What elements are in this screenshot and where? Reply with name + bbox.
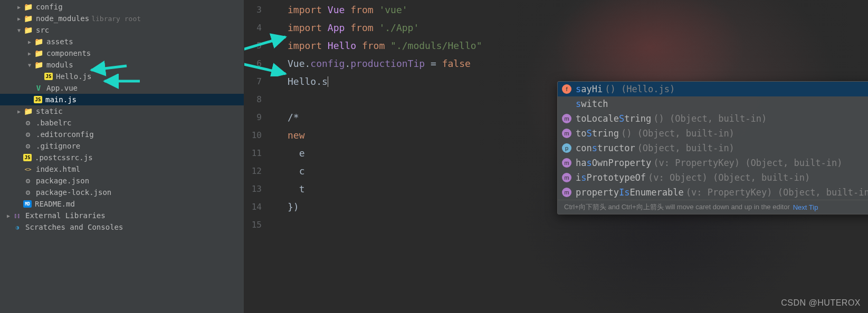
folder-icon: 📁 <box>23 26 33 34</box>
completion-label: propertyIsEnumerable <box>576 187 684 198</box>
chevron-right-icon: ▶ <box>15 4 23 10</box>
code-line[interactable]: import Hello from "./moduls/Hello" <box>288 37 482 55</box>
next-tip-link[interactable]: Next Tip <box>793 203 818 211</box>
tree-label: assets <box>46 37 73 46</box>
tree-item-packagelockjson[interactable]: ▶⚙package-lock.json <box>0 187 244 198</box>
tree-item-babelrc[interactable]: ▶⚙.babelrc <box>0 117 244 129</box>
line-gutter: 3456789101112131415 <box>244 0 273 234</box>
chevron-right-icon: ▶ <box>15 16 23 22</box>
scratch-icon: ◑ <box>13 223 22 231</box>
tree-item-config[interactable]: ▶📁config <box>0 1 244 13</box>
html-icon: <> <box>23 165 33 173</box>
m-kind-icon: m <box>562 188 571 197</box>
tree-label: App.vue <box>46 84 78 92</box>
tree-item-components[interactable]: ▶📁components <box>0 47 244 59</box>
md-icon: MD <box>23 200 32 208</box>
editor[interactable]: 3456789101112131415 import Vue from 'vue… <box>244 0 868 313</box>
chevron-right-icon: ▶ <box>4 213 13 219</box>
tree-item-moduls[interactable]: ▼📁moduls <box>0 59 244 71</box>
tree-item-packagejson[interactable]: ▶⚙package.json <box>0 175 244 187</box>
line-number: 14 <box>244 198 273 216</box>
tree-item-appvue[interactable]: ▶VApp.vue <box>0 82 244 94</box>
library-root-label: library root <box>91 15 141 23</box>
completion-label: isPrototypeOf <box>576 172 646 183</box>
tree-item-scratchesandconsoles[interactable]: ▶◑Scratches and Consoles <box>0 221 244 233</box>
code-line[interactable]: /* <box>288 109 482 126</box>
completion-origin: (v: Object) (Object, built-in) <box>648 172 810 183</box>
line-number: 12 <box>244 162 273 180</box>
tree-label: .gitignore <box>36 142 80 150</box>
tree-label: .editorconfig <box>36 130 94 139</box>
completion-item-hasownproperty[interactable]: mhasOwnProperty(v: PropertyKey) (Object,… <box>558 155 868 170</box>
js-icon: JS <box>44 73 53 80</box>
completion-item-switch[interactable]: switchswitch (x) {...} <box>558 96 868 111</box>
tree-item-externallibraries[interactable]: ▶⫿⫿External Libraries <box>0 210 244 221</box>
completion-item-isprototypeof[interactable]: misPrototypeOf(v: Object) (Object, built… <box>558 170 868 185</box>
blank-kind-icon <box>562 99 571 109</box>
autocomplete-popup[interactable]: fsayHi() (Hello.js)voidswitchswitch (x) … <box>557 81 868 214</box>
js-icon: JS <box>34 96 42 103</box>
tree-label: node_modules <box>36 14 89 23</box>
completion-item-sayhi[interactable]: fsayHi() (Hello.js)void <box>558 82 868 96</box>
completion-label: sayHi <box>576 84 603 94</box>
completion-label: switch <box>576 99 608 109</box>
tree-label: src <box>36 26 49 34</box>
folder-icon: 📁 <box>23 14 33 23</box>
completion-label: toLocaleString <box>576 113 651 124</box>
m-kind-icon: m <box>562 129 571 138</box>
line-number: 5 <box>244 37 273 55</box>
tree-label: index.html <box>36 165 80 173</box>
tree-item-assets[interactable]: ▶📁assets <box>0 36 244 47</box>
completion-item-propertyisenumerable[interactable]: mpropertyIsEnumerable(v: PropertyKey) (O… <box>558 185 868 200</box>
tree-item-node_modules[interactable]: ▶📁node_moduleslibrary root <box>0 13 244 24</box>
completion-origin: (v: PropertyKey) (Object, built-in) <box>653 158 842 168</box>
m-kind-icon: m <box>562 173 571 182</box>
code-line[interactable]: Hello.s <box>288 73 482 91</box>
code-line[interactable]: Vue.config.productionTip = false <box>288 55 482 73</box>
chevron-down-icon: ▼ <box>15 27 23 33</box>
completion-item-tostring[interactable]: mtoString() (Object, built-in)string <box>558 126 868 141</box>
libs-icon: ⫿⫿ <box>13 211 22 220</box>
code-line[interactable]: c <box>288 162 482 180</box>
completion-item-constructor[interactable]: pconstructor (Object, built-in)Function <box>558 141 868 155</box>
gear-icon: ⚙ <box>23 142 33 150</box>
js-icon: JS <box>23 154 32 161</box>
tree-item-readmemd[interactable]: ▶MDREADME.md <box>0 198 244 210</box>
project-tree[interactable]: ▶📁config▶📁node_moduleslibrary root▼📁src▶… <box>0 0 244 313</box>
popup-hint: Ctrl+向下箭头 and Ctrl+向上箭头 will move caret … <box>564 202 790 212</box>
tree-item-indexhtml[interactable]: ▶<>index.html <box>0 163 244 175</box>
tree-item-src[interactable]: ▼📁src <box>0 24 244 36</box>
tree-item-hellojs[interactable]: ▶JSHello.js <box>0 71 244 82</box>
code-line[interactable]: import Vue from 'vue' <box>288 1 482 19</box>
tree-item-gitignore[interactable]: ▶⚙.gitignore <box>0 140 244 152</box>
tree-item-static[interactable]: ▶📁static <box>0 105 244 117</box>
code-line[interactable]: new <box>288 126 482 144</box>
line-number: 6 <box>244 55 273 73</box>
tree-label: config <box>36 3 63 11</box>
completion-label: constructor <box>576 143 635 153</box>
code-line[interactable] <box>288 216 482 234</box>
gear-icon: ⚙ <box>23 119 33 127</box>
popup-footer: Ctrl+向下箭头 and Ctrl+向上箭头 will move caret … <box>558 200 868 214</box>
chevron-right-icon: ▶ <box>15 109 23 114</box>
tree-item-mainjs[interactable]: ▶JSmain.js <box>0 94 244 105</box>
code-line[interactable]: e <box>288 144 482 162</box>
tree-item-editorconfig[interactable]: ▶⚙.editorconfig <box>0 129 244 140</box>
folder-icon: 📁 <box>23 3 33 11</box>
code-content[interactable]: import Vue from 'vue'import App from './… <box>288 1 482 234</box>
folder-icon: 📁 <box>34 49 43 57</box>
p-kind-icon: p <box>562 143 571 153</box>
completion-item-tolocalestring[interactable]: mtoLocaleString() (Object, built-in)stri… <box>558 111 868 126</box>
line-number: 11 <box>244 144 273 162</box>
line-number: 10 <box>244 126 273 144</box>
tree-item-postcssrcjs[interactable]: ▶JS.postcssrc.js <box>0 152 244 163</box>
line-number: 3 <box>244 1 273 19</box>
code-line[interactable]: t <box>288 180 482 198</box>
code-line[interactable] <box>288 91 482 109</box>
code-line[interactable]: }) <box>288 198 482 216</box>
gear-icon: ⚙ <box>23 188 33 197</box>
code-line[interactable]: import App from './App' <box>288 19 482 37</box>
line-number: 4 <box>244 19 273 37</box>
completion-label: hasOwnProperty <box>576 158 651 168</box>
completion-origin: () (Object, built-in) <box>621 128 735 139</box>
